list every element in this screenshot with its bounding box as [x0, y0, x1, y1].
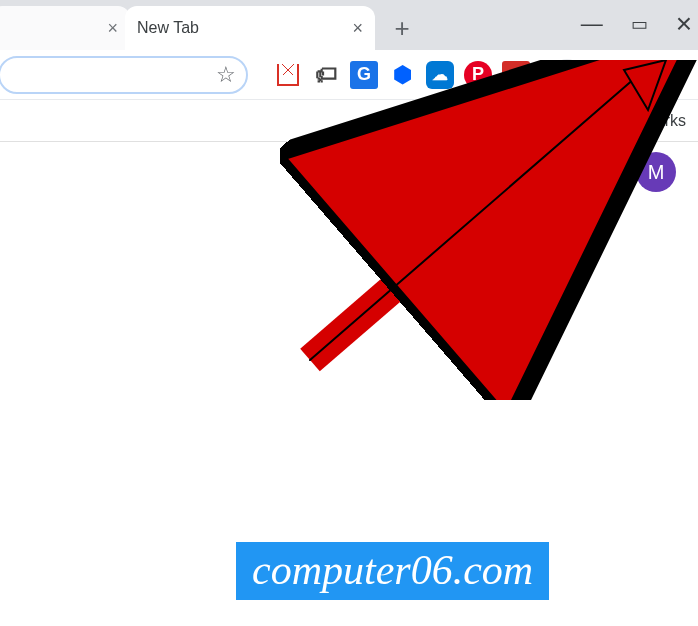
- gmail-extension-icon[interactable]: [274, 61, 302, 89]
- google-extension-icon[interactable]: G: [350, 61, 378, 89]
- tag-extension-icon[interactable]: 🏷: [312, 61, 340, 89]
- folder-icon: [531, 112, 553, 130]
- tab-strip: × New Tab × + — ▭ ×: [0, 0, 698, 50]
- bookmarks-bar: Other bookmarks: [0, 100, 698, 142]
- gmail-link[interactable]: Gmail: [450, 163, 492, 181]
- bookmark-star-icon[interactable]: ☆: [216, 62, 236, 88]
- tab-background[interactable]: ×: [0, 6, 130, 50]
- lastpass-extension-icon[interactable]: •••: [502, 61, 530, 89]
- close-icon[interactable]: ×: [107, 18, 118, 39]
- new-tab-button[interactable]: +: [385, 11, 419, 45]
- images-link[interactable]: Images: [514, 163, 566, 181]
- window-controls: — ▭ ×: [581, 8, 692, 40]
- extensions-row: 🏷 G ⬢ ☁ P •••: [274, 59, 606, 91]
- toolbar: ☆ 🏷 G ⬢ ☁ P •••: [0, 50, 698, 100]
- dropbox-extension-icon[interactable]: ⬢: [388, 61, 416, 89]
- address-bar[interactable]: ☆: [0, 56, 248, 94]
- ntp-header: Gmail Images M: [0, 142, 698, 202]
- onedrive-extension-icon[interactable]: ☁: [426, 61, 454, 89]
- tab-title: New Tab: [137, 19, 199, 37]
- tab-active[interactable]: New Tab ×: [125, 6, 375, 50]
- watermark: computer06.com: [236, 542, 549, 600]
- profile-icon[interactable]: [551, 59, 583, 91]
- close-icon[interactable]: ×: [352, 18, 363, 39]
- chrome-menu-button[interactable]: [593, 59, 606, 90]
- toolbar-divider: [540, 62, 541, 88]
- pinterest-extension-icon[interactable]: P: [464, 61, 492, 89]
- window-close-button[interactable]: ×: [676, 8, 692, 40]
- apps-grid-icon[interactable]: [588, 159, 614, 185]
- maximize-button[interactable]: ▭: [631, 13, 648, 35]
- other-bookmarks-link[interactable]: Other bookmarks: [563, 112, 686, 130]
- account-avatar[interactable]: M: [636, 152, 676, 192]
- minimize-button[interactable]: —: [581, 11, 603, 37]
